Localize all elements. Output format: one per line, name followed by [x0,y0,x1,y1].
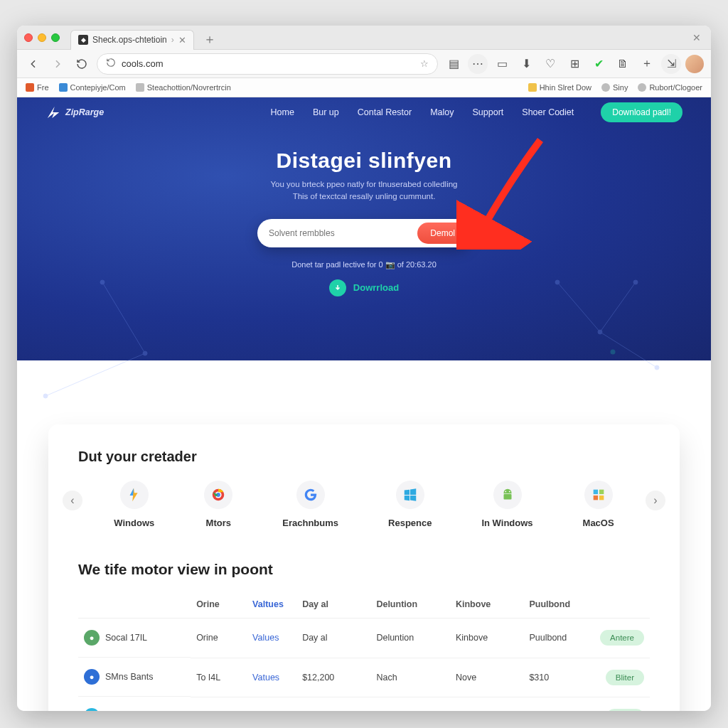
bookmark-label: Siny [613,83,628,92]
clipboard-icon[interactable]: 🗎 [613,54,633,74]
bookmark-label: Hhin Slret Dow [540,83,592,92]
tiles-icon [584,481,613,509]
add-icon[interactable]: ＋ [637,54,657,74]
platform-item[interactable]: Respence [388,481,432,528]
cell: $12,200 [296,658,370,697]
brand-mark-icon [46,105,61,120]
site-nav: ZipRarge Home Bur up Contal Restor Maloy… [17,97,711,127]
carousel-next-button[interactable]: › [646,491,665,510]
download-cta-button[interactable]: Download padl! [601,102,682,122]
nav-link[interactable]: Shoer Codiet [522,107,574,117]
cell: Funy WE.2:20 [370,697,450,711]
browser-tab[interactable]: ◆ Sheck.ops-chtetioin › ✕ [70,30,194,50]
svg-point-11 [655,365,659,370]
nav-link-home[interactable]: Home [271,107,294,117]
hero-submit-button[interactable]: Demol [417,223,468,244]
bookmarks-bar: Fre Contepiyje/Com Steachottion/Novrertr… [17,78,711,97]
reload-button[interactable] [73,55,91,73]
nav-link[interactable]: Contal Restor [358,107,412,117]
nav-link[interactable]: Support [473,107,504,117]
row-name: SMns Bants [105,672,153,682]
apps-icon[interactable]: ⊞ [564,54,584,74]
cell: Le 3.8 [523,697,584,711]
close-window-button[interactable] [24,33,33,42]
cell: Nach [370,658,450,697]
minimize-window-button[interactable] [38,33,46,42]
row-icon: ● [84,708,100,711]
hero-subtitle-2: This of texctcal resally unling cummunt. [293,192,436,200]
svg-rect-18 [503,494,511,499]
table-row: ●EurgohiyFiris IS CValusFuln 208 313Funy… [78,697,650,711]
row-action-button[interactable]: Anily [606,709,644,712]
cell-link[interactable]: Valus [247,697,296,711]
cell-link[interactable]: Values [247,619,296,658]
address-bar[interactable]: ☆ [97,53,438,75]
brand-logo[interactable]: ZipRarge [46,105,104,120]
table-header: Orine Valtues Day al Deluntion Kinbove P… [78,591,650,619]
platform-item[interactable]: Erachnbums [282,481,338,528]
more-icon[interactable]: ⋯ [468,54,488,74]
extensions-icon[interactable]: ⇲ [661,54,681,74]
bookmark-star-icon[interactable]: ☆ [420,58,429,69]
profile-avatar[interactable] [685,55,704,73]
windows-logo-icon [396,481,424,509]
cell-link[interactable]: Vatues [247,658,296,697]
th: Kinbove [450,591,523,619]
row-action-button[interactable]: Bliter [606,670,644,685]
hero-download-link[interactable]: Dowrrload [353,282,399,293]
bookmark-item[interactable]: Rubort/Clogoer [638,83,702,92]
brand-name: ZipRarge [65,107,104,117]
row-icon: ● [84,630,100,646]
svg-rect-19 [593,490,597,494]
site-info-icon[interactable] [106,58,116,70]
tab-title: Sheck.ops-chtetioin [92,35,167,45]
cast-icon[interactable]: ▭ [492,54,512,74]
platform-label: Windows [114,518,154,528]
new-tab-button[interactable]: ＋ [199,31,220,48]
bookmark-label: Steachottion/Novrertrcin [147,83,231,92]
back-button[interactable] [24,55,43,73]
carousel-prev-button[interactable]: ‹ [63,491,82,510]
cell: Sacchiphand [450,697,523,711]
url-input[interactable] [122,58,414,69]
tab-chevron-icon: › [171,35,174,45]
platform-item[interactable]: MacOS [583,481,614,528]
row-action-button[interactable]: Antere [600,630,644,646]
svg-point-12 [611,350,616,355]
bookmark-item[interactable]: Steachottion/Novrertrcin [136,83,231,92]
android-logo-icon [493,481,522,509]
nav-link[interactable]: Bur up [313,107,339,117]
reader-icon[interactable]: ▤ [444,54,464,74]
platform-item[interactable]: Windows [114,481,154,528]
bookmark-item[interactable]: Fre [26,83,49,92]
bookmark-item[interactable]: Hhin Slret Dow [528,83,592,92]
svg-point-16 [505,491,506,493]
platform-item[interactable]: Mtors [204,481,232,528]
shield-check-icon[interactable]: ✔ [589,54,609,74]
cell: Fuln 208 313 [296,697,370,711]
platform-item[interactable]: In Windows [481,481,532,528]
download-icon[interactable]: ⬇ [516,54,536,74]
bookmark-item[interactable]: Contepiyje/Com [59,83,126,92]
window-close-icon[interactable]: ✕ [690,32,704,43]
cell: Day al [296,619,370,658]
forward-button[interactable] [48,55,67,73]
th: Deluntion [370,591,450,619]
browser-window: ◆ Sheck.ops-chtetioin › ✕ ＋ ✕ ☆ ▤ ⋯ ▭ ⬇ … [17,26,711,711]
close-tab-button[interactable]: ✕ [178,35,186,46]
maximize-window-button[interactable] [51,33,60,42]
svg-rect-22 [599,496,604,500]
hero-subtitle-1: You you brteck ppeo natly for tlnuserabe… [271,180,458,188]
download-circle-icon [329,279,346,296]
nav-link[interactable]: Maloy [430,107,454,117]
cell: $310 [523,658,584,697]
bookmark-label: Contepiyje/Com [70,83,126,92]
lightning-icon [120,481,149,509]
hero-content: Distagei slinfyen You you brteck ppeo na… [17,127,711,296]
hero-text-input[interactable] [269,228,417,238]
heart-icon[interactable]: ♡ [540,54,560,74]
bookmark-item[interactable]: Siny [601,83,628,92]
hero-section: ZipRarge Home Bur up Contal Restor Maloy… [17,97,711,360]
svg-point-5 [43,394,48,398]
platform-label: Mtors [206,518,231,528]
